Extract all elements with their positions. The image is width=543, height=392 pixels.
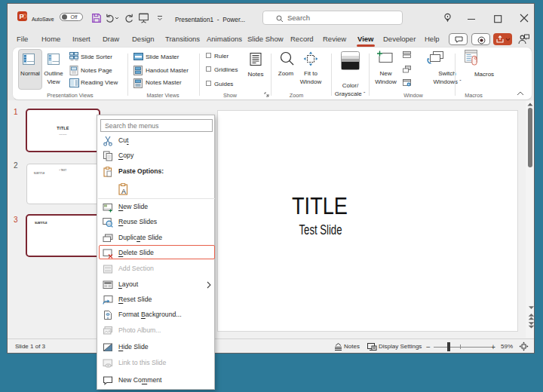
svg-text:A: A	[121, 188, 126, 195]
svg-text:P: P	[19, 12, 24, 20]
